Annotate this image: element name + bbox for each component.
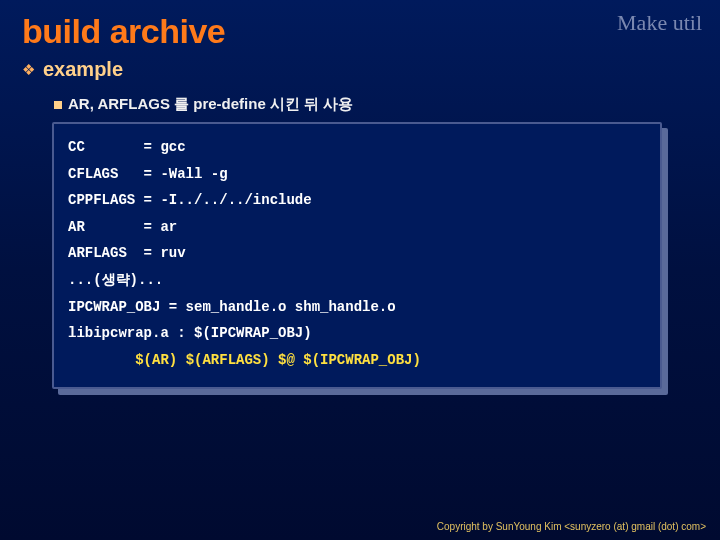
bullet-lvl1: ❖ example	[22, 58, 123, 81]
code-line: $(AR) $(ARFLAGS) $@ $(IPCWRAP_OBJ)	[68, 347, 646, 374]
copyright-footer: Copyright by SunYoung Kim <sunyzero (at)…	[437, 521, 706, 532]
code-line: ARFLAGS = ruv	[68, 240, 646, 267]
code-line: ...(생략)...	[68, 267, 646, 294]
code-line: CFLAGS = -Wall -g	[68, 161, 646, 188]
lvl1-text: example	[43, 58, 123, 81]
square-bullet-icon	[54, 101, 62, 109]
header-label: Make util	[617, 10, 702, 36]
code-highlight: $(AR) $(ARFLAGS) $@ $(IPCWRAP_OBJ)	[135, 352, 421, 368]
code-block: CC = gcc CFLAGS = -Wall -g CPPFLAGS = -I…	[52, 122, 662, 389]
code-line: libipcwrap.a : $(IPCWRAP_OBJ)	[68, 320, 646, 347]
code-block-inner: CC = gcc CFLAGS = -Wall -g CPPFLAGS = -I…	[52, 122, 662, 389]
code-line: CPPFLAGS = -I../../../include	[68, 187, 646, 214]
page-title: build archive	[22, 12, 225, 51]
code-line: CC = gcc	[68, 134, 646, 161]
lvl2-text: AR, ARFLAGS 를 pre-define 시킨 뒤 사용	[68, 95, 353, 114]
diamond-bullet-icon: ❖	[22, 61, 35, 79]
code-line: IPCWRAP_OBJ = sem_handle.o shm_handle.o	[68, 294, 646, 321]
bullet-lvl2: AR, ARFLAGS 를 pre-define 시킨 뒤 사용	[54, 95, 353, 114]
code-indent	[68, 352, 135, 368]
code-line: AR = ar	[68, 214, 646, 241]
